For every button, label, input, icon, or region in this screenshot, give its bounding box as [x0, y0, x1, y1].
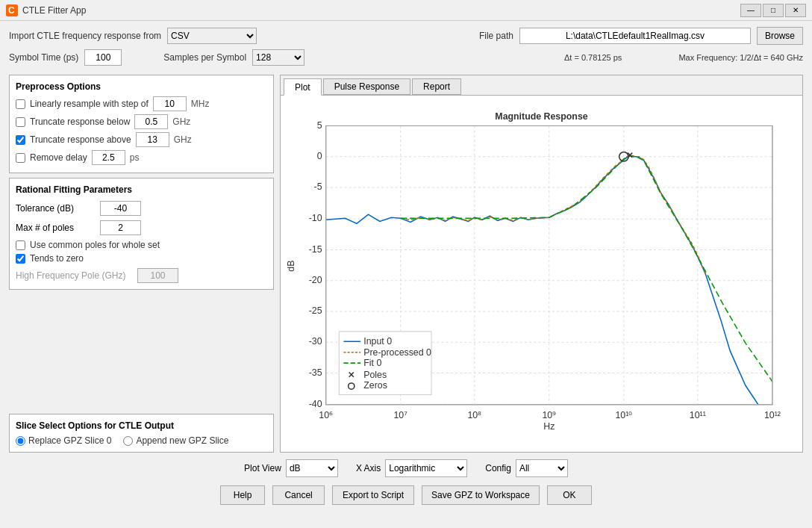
tolerance-label: Tolerance (dB)	[16, 203, 94, 214]
config-dropdown[interactable]: All	[516, 459, 568, 477]
svg-text:-20: -20	[309, 275, 322, 285]
chart-title: Magnitude Response	[495, 111, 587, 122]
config-label: Config	[485, 463, 511, 473]
svg-text:-5: -5	[314, 181, 322, 192]
chart-container: Magnitude Response	[281, 96, 802, 452]
titlebar: C CTLE Fitter App — □ ✕	[0, 0, 812, 21]
action-buttons: Help Cancel Export to Script Save GPZ to…	[0, 481, 812, 509]
svg-text:dB: dB	[286, 261, 296, 272]
window-title: CTLE Fitter App	[22, 5, 740, 16]
remove-delay-label: Remove delay	[30, 152, 87, 163]
max-poles-label: Max # of poles	[16, 223, 94, 233]
svg-text:10¹²: 10¹²	[764, 410, 781, 420]
x-axis-dropdown[interactable]: Logarithmic Linear	[385, 459, 467, 477]
fitting-title: Rational Fitting Parameters	[16, 184, 267, 195]
common-poles-checkbox[interactable]	[16, 240, 25, 250]
svg-text:Zeros: Zeros	[363, 380, 387, 391]
svg-text:-30: -30	[309, 336, 322, 347]
samples-label: Samples per Symbol	[163, 52, 246, 63]
svg-text:-15: -15	[309, 244, 322, 255]
svg-text:5: 5	[317, 120, 322, 131]
export-button[interactable]: Export to Script	[332, 485, 414, 505]
svg-text:10⁹: 10⁹	[542, 410, 556, 420]
resample-unit: MHz	[191, 99, 210, 109]
svg-text:-40: -40	[309, 399, 322, 409]
window-controls: — □ ✕	[740, 4, 806, 17]
truncate-above-input[interactable]: 13	[136, 132, 169, 147]
svg-text:Input 0: Input 0	[363, 336, 392, 347]
remove-delay-unit: ps	[130, 152, 140, 163]
truncate-below-input[interactable]: 0.5	[134, 114, 168, 129]
svg-text:-10: -10	[309, 213, 322, 223]
truncate-above-checkbox[interactable]	[16, 135, 25, 145]
magnitude-chart: Magnitude Response	[284, 99, 799, 449]
remove-delay-checkbox[interactable]	[16, 153, 25, 163]
tab-plot[interactable]: Plot	[284, 78, 322, 96]
app-icon: C	[6, 4, 18, 16]
svg-text:Fit 0: Fit 0	[363, 358, 381, 368]
svg-text:10¹⁰: 10¹⁰	[615, 410, 632, 420]
delta-t-text: Δt = 0.78125 ps	[564, 53, 622, 62]
filepath-label: File path	[479, 31, 513, 41]
slice-title: Slice Select Options for CTLE Output	[16, 420, 267, 431]
max-poles-input[interactable]: 2	[100, 220, 141, 235]
slice-radio-group: Replace GPZ Slice 0 Append new GPZ Slice	[16, 435, 267, 446]
tolerance-input[interactable]: -40	[100, 201, 141, 216]
symbol-time-input[interactable]: 100	[84, 49, 122, 66]
hf-pole-label: High Frequency Pole (GHz)	[16, 270, 131, 281]
chart-area: Plot Pulse Response Report Magnitude Res…	[280, 75, 803, 453]
replace-radio[interactable]	[16, 436, 25, 446]
truncate-below-label: Truncate response below	[30, 117, 130, 127]
replace-radio-label[interactable]: Replace GPZ Slice 0	[16, 435, 111, 446]
minimize-button[interactable]: —	[740, 4, 761, 17]
tab-report[interactable]: Report	[412, 78, 461, 95]
hf-pole-input[interactable]: 100	[137, 268, 178, 283]
svg-text:Poles: Poles	[363, 370, 387, 380]
preprocess-panel: Preprocess Options Linearly resample wit…	[9, 75, 274, 173]
browse-button[interactable]: Browse	[757, 27, 803, 45]
help-button[interactable]: Help	[220, 485, 265, 505]
remove-delay-input[interactable]: 2.5	[92, 150, 125, 165]
truncate-above-unit: GHz	[174, 134, 192, 145]
common-poles-label: Use common poles for whole set	[30, 240, 160, 250]
save-gpz-button[interactable]: Save GPZ to Workspace	[422, 485, 540, 505]
resample-input[interactable]: 10	[153, 96, 187, 111]
svg-text:-25: -25	[309, 305, 322, 316]
svg-text:-35: -35	[309, 367, 322, 378]
replace-label: Replace GPZ Slice 0	[28, 435, 111, 446]
format-dropdown[interactable]: CSV	[167, 28, 257, 44]
cancel-button[interactable]: Cancel	[272, 485, 325, 505]
slice-panel: Slice Select Options for CTLE Output Rep…	[9, 414, 274, 453]
symbol-time-label: Symbol Time (ps)	[9, 52, 78, 63]
resample-checkbox[interactable]	[16, 99, 25, 109]
svg-text:Hz: Hz	[543, 421, 555, 432]
import-label: Import CTLE frequency response from	[9, 31, 161, 41]
append-radio-label[interactable]: Append new GPZ Slice	[123, 435, 228, 446]
filepath-input[interactable]: L:\data\CTLEdefault1RealImag.csv	[519, 28, 751, 44]
truncate-below-checkbox[interactable]	[16, 117, 25, 127]
svg-text:10⁷: 10⁷	[393, 410, 407, 420]
tabs: Plot Pulse Response Report	[281, 75, 802, 96]
samples-dropdown[interactable]: 128	[252, 49, 304, 66]
append-radio[interactable]	[123, 436, 133, 446]
tab-pulse[interactable]: Pulse Response	[323, 78, 410, 95]
svg-text:10⁶: 10⁶	[319, 410, 333, 420]
x-axis-label: X Axis	[356, 463, 381, 473]
plot-view-dropdown[interactable]: dB	[286, 459, 338, 477]
bottom-controls: Plot View dB X Axis Logarithmic Linear C…	[0, 456, 812, 481]
truncate-above-label: Truncate response above	[30, 134, 131, 145]
svg-text:10¹¹: 10¹¹	[690, 410, 706, 420]
tends-zero-label: Tends to zero	[30, 253, 84, 264]
resample-label: Linearly resample with step of	[30, 99, 149, 109]
tends-zero-checkbox[interactable]	[16, 254, 25, 264]
append-label: Append new GPZ Slice	[136, 435, 228, 446]
max-freq-text: Max Frequency: 1/2/Δt = 640 GHz	[678, 53, 803, 62]
maximize-button[interactable]: □	[763, 4, 784, 17]
ok-button[interactable]: OK	[547, 485, 592, 505]
truncate-below-unit: GHz	[172, 117, 190, 127]
close-button[interactable]: ✕	[785, 4, 806, 17]
svg-text:10⁸: 10⁸	[467, 410, 481, 420]
svg-text:C: C	[8, 5, 15, 16]
svg-text:0: 0	[317, 151, 322, 161]
fitting-panel: Rational Fitting Parameters Tolerance (d…	[9, 178, 274, 290]
